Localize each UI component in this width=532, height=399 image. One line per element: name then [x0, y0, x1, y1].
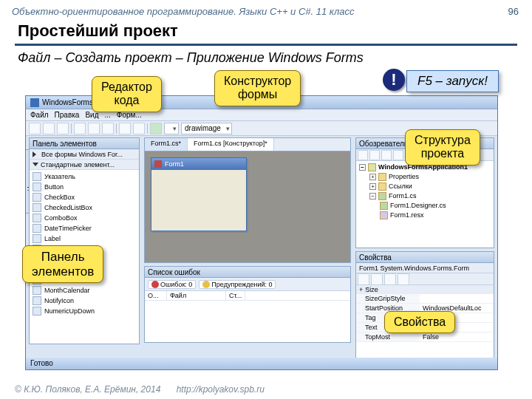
toolbox-group-std[interactable]: Стандартные элемент...: [30, 160, 139, 170]
expand-icon[interactable]: +: [369, 174, 376, 180]
prop-name: TopMost: [356, 332, 420, 341]
props-prop-icon[interactable]: [384, 273, 396, 285]
prop-value[interactable]: [420, 294, 494, 303]
menu-edit[interactable]: Правка: [55, 111, 80, 119]
props-az-icon[interactable]: [371, 273, 383, 285]
toolbox-item-label: MonthCalendar: [44, 287, 90, 294]
form-caption: Form1: [165, 158, 184, 170]
properties-panel: Свойства Form1 System.Windows.Forms.Form…: [355, 251, 494, 369]
tb-redo-icon[interactable]: [133, 123, 145, 134]
col-desc[interactable]: О...: [145, 291, 167, 300]
collapse-icon[interactable]: −: [359, 164, 366, 171]
col-line[interactable]: Ст...: [226, 291, 245, 300]
form-titlebar: Form1: [151, 158, 246, 170]
tab-code[interactable]: Form1.cs*: [145, 138, 188, 151]
toolbox-item-label: CheckBox: [44, 194, 75, 201]
prop-value[interactable]: False: [420, 332, 494, 341]
tree-resx[interactable]: Form1.resx: [359, 211, 491, 220]
form-window[interactable]: Form1: [151, 157, 247, 231]
errors-count[interactable]: Ошибок: 0: [148, 280, 196, 289]
footer-link[interactable]: http://kpolyakov.spb.ru: [177, 384, 265, 395]
collapse-icon[interactable]: −: [369, 193, 376, 200]
callout-properties: Свойства: [384, 311, 455, 333]
tree-label: Form1.cs: [389, 191, 417, 201]
toolbox-item-checkbox[interactable]: CheckBox: [30, 192, 139, 202]
tree-references[interactable]: +Ссылки: [359, 182, 491, 191]
slide-title: Простейший проект: [0, 20, 532, 44]
title-rule: [15, 44, 517, 46]
properties-object[interactable]: Form1 System.Windows.Forms.Form: [356, 263, 494, 273]
sol-btn-icon[interactable]: [358, 150, 368, 160]
toolbox-item-label: NotifyIcon: [44, 297, 74, 304]
designer-panel: Form1.cs* Form1.cs [Конструктор]* Form1: [144, 137, 351, 263]
toolbox-item-label[interactable]: Label: [30, 233, 139, 244]
errors-header: О... Файл Ст...: [145, 291, 350, 301]
tb-open-icon[interactable]: [43, 123, 55, 134]
tb-undo-icon[interactable]: [119, 123, 131, 134]
warnings-count[interactable]: Предупреждений: 0: [199, 280, 276, 289]
toolbox-item-label: Указатель: [44, 173, 75, 180]
editor-tabs: Form1.cs* Form1.cs [Конструктор]*: [145, 138, 350, 151]
expand-icon[interactable]: +: [369, 183, 376, 190]
toolbox-item-notifyicon[interactable]: NotifyIcon: [30, 296, 139, 306]
toolbox-item-monthcalendar[interactable]: MonthCalendar: [30, 285, 139, 296]
props-category[interactable]: +Size: [356, 285, 494, 294]
content-area: WindowsFormsA... al C# 20... Файл Правка…: [15, 72, 517, 367]
toolbox-group-label: Стандартные элемент...: [41, 160, 115, 170]
slide-header: Объектно-ориентированное программировани…: [0, 0, 532, 20]
toolbox-item-button[interactable]: Button: [30, 182, 139, 192]
tb-run-icon[interactable]: [150, 123, 162, 134]
toolbox-group-all[interactable]: Все формы Windows For...: [30, 149, 139, 160]
tb-sep: [116, 123, 117, 134]
props-cat-label: Size: [365, 286, 378, 293]
sol-btn-icon[interactable]: [381, 150, 392, 160]
folder-icon: [378, 183, 386, 191]
error-icon: [151, 281, 159, 288]
tb-copy-icon[interactable]: [88, 123, 100, 134]
toolbox-item-checkedlistbox[interactable]: CheckedListBox: [30, 202, 139, 213]
tree-label: Form1.Designer.cs: [390, 201, 446, 211]
footer: © К.Ю. Поляков, Е.А. Ерёмин, 2014 http:/…: [15, 384, 265, 395]
props-row[interactable]: SizeGripStyle: [356, 294, 494, 304]
toolbox-item-label: ComboBox: [44, 214, 78, 222]
label-icon: [33, 234, 41, 243]
toolbox-item-datetimepicker[interactable]: DateTimePicker: [30, 223, 139, 233]
tree-designercs[interactable]: Form1.Designer.cs: [359, 201, 491, 211]
errors-toolbar: Ошибок: 0 Предупреждений: 0: [145, 278, 350, 291]
form-icon: [154, 160, 162, 168]
errors-label: Ошибок: 0: [160, 281, 192, 288]
col-file[interactable]: Файл: [167, 291, 226, 300]
toolbox-item-label: Label: [44, 235, 61, 242]
menu-file[interactable]: Файл: [30, 111, 49, 119]
tree-form1cs[interactable]: −Form1.cs: [359, 191, 491, 201]
prop-name: SizeGripStyle: [356, 294, 420, 303]
tb-new-icon[interactable]: [29, 123, 41, 134]
tb-sep: [71, 123, 72, 134]
slide-subtitle: Файл – Создать проект – Приложение Windo…: [0, 50, 532, 72]
toolbox-item-combobox[interactable]: ComboBox: [30, 213, 139, 223]
sol-btn-icon[interactable]: [393, 150, 403, 160]
config-dropdown[interactable]: [164, 123, 179, 134]
tree-properties[interactable]: +Properties: [359, 172, 491, 182]
collapse-icon: [33, 163, 38, 166]
target-dropdown[interactable]: drawimage: [181, 123, 232, 134]
sol-btn-icon[interactable]: [369, 150, 380, 160]
expand-icon[interactable]: +: [359, 286, 363, 293]
toolbox-group-label: Все формы Windows For...: [41, 149, 123, 160]
props-cat-icon[interactable]: [358, 273, 369, 285]
callout-toolbox: Панель элементов: [22, 245, 103, 283]
tab-designer[interactable]: Form1.cs [Конструктор]*: [188, 138, 274, 151]
props-row[interactable]: TopMostFalse: [356, 332, 494, 342]
toolbox-item-label: CheckedListBox: [44, 204, 92, 211]
button-icon: [33, 183, 41, 191]
toolbox-item-pointer[interactable]: Указатель: [30, 171, 139, 182]
numericupdown-icon: [33, 307, 41, 316]
tb-paste-icon[interactable]: [102, 123, 114, 134]
props-events-icon[interactable]: [398, 273, 409, 285]
toolbox-item-numericupdown[interactable]: NumericUpDown: [30, 306, 139, 316]
designer-canvas[interactable]: Form1: [145, 151, 350, 262]
project-icon: [368, 163, 376, 171]
tb-save-icon[interactable]: [57, 123, 69, 134]
toolbox-panel: Панель элементов Все формы Windows For..…: [29, 137, 140, 344]
tb-cut-icon[interactable]: [74, 123, 86, 134]
